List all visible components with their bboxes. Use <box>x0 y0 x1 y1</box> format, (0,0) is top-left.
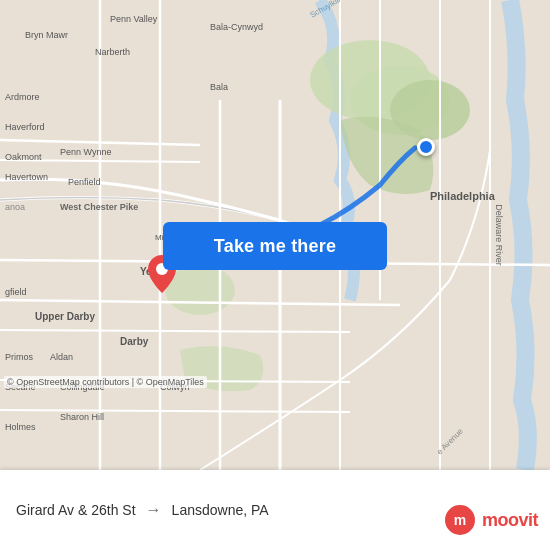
svg-text:Ardmore: Ardmore <box>5 92 40 102</box>
svg-text:Penn Wynne: Penn Wynne <box>60 147 111 157</box>
moovit-logo-icon: m <box>444 504 476 536</box>
bottom-bar: Girard Av & 26th St → Lansdowne, PA m mo… <box>0 470 550 550</box>
map-attribution: © OpenStreetMap contributors | © OpenMap… <box>4 376 207 388</box>
svg-text:anoa: anoa <box>5 202 25 212</box>
origin-marker <box>417 138 435 156</box>
svg-text:Penfield: Penfield <box>68 177 101 187</box>
svg-text:West Chester Pike: West Chester Pike <box>60 202 138 212</box>
svg-text:Havertown: Havertown <box>5 172 48 182</box>
destination-label: Lansdowne, PA <box>172 502 269 518</box>
moovit-logo-text: moovit <box>482 510 538 531</box>
svg-text:Haverford: Haverford <box>5 122 45 132</box>
button-label: Take me there <box>214 236 336 257</box>
take-me-there-button[interactable]: Take me there <box>163 222 387 270</box>
arrow-icon: → <box>146 501 162 519</box>
svg-text:Bala-Cynwyd: Bala-Cynwyd <box>210 22 263 32</box>
svg-text:Bryn Mawr: Bryn Mawr <box>25 30 68 40</box>
map-container: Bryn Mawr Penn Valley Bala-Cynwyd Bala N… <box>0 0 550 470</box>
moovit-logo: m moovit <box>444 504 538 536</box>
svg-text:Philadelphia: Philadelphia <box>430 190 496 202</box>
svg-text:Sharon Hill: Sharon Hill <box>60 412 104 422</box>
svg-text:Holmes: Holmes <box>5 422 36 432</box>
svg-text:gfield: gfield <box>5 287 27 297</box>
origin-label: Girard Av & 26th St <box>16 502 136 518</box>
svg-text:Primos: Primos <box>5 352 34 362</box>
svg-text:Narberth: Narberth <box>95 47 130 57</box>
svg-text:Darby: Darby <box>120 336 149 347</box>
svg-text:Bala: Bala <box>210 82 228 92</box>
svg-text:Oakmont: Oakmont <box>5 152 42 162</box>
svg-text:Aldan: Aldan <box>50 352 73 362</box>
svg-text:m: m <box>454 512 466 528</box>
river-label: Delaware River <box>494 204 504 266</box>
svg-text:Upper Darby: Upper Darby <box>35 311 95 322</box>
svg-text:Penn Valley: Penn Valley <box>110 14 158 24</box>
